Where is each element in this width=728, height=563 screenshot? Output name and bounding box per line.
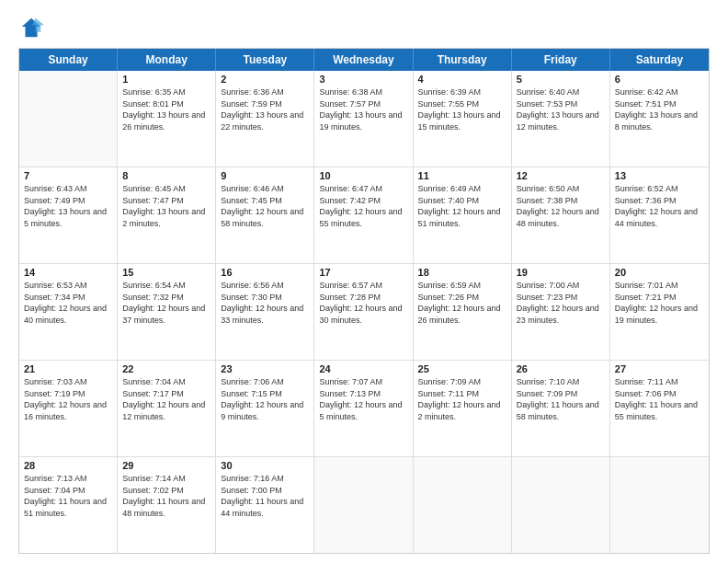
daylight-text: Daylight: 12 hours and 23 minutes.: [517, 303, 605, 326]
day-cell-18: 18Sunrise: 6:59 AMSunset: 7:26 PMDayligh…: [414, 264, 512, 360]
sunrise-text: Sunrise: 7:11 AM: [615, 376, 704, 388]
daylight-text: Daylight: 12 hours and 9 minutes.: [221, 399, 309, 422]
sunset-text: Sunset: 7:00 PM: [221, 485, 309, 497]
sunset-text: Sunset: 7:51 PM: [615, 98, 704, 110]
weekday-header-thursday: Thursday: [414, 49, 512, 71]
calendar-row-4: 21Sunrise: 7:03 AMSunset: 7:19 PMDayligh…: [19, 361, 709, 457]
sunset-text: Sunset: 7:11 PM: [418, 388, 506, 400]
sunrise-text: Sunrise: 6:49 AM: [418, 183, 506, 195]
daylight-text: Daylight: 12 hours and 51 minutes.: [418, 206, 506, 229]
calendar-row-3: 14Sunrise: 6:53 AMSunset: 7:34 PMDayligh…: [19, 264, 709, 361]
sunset-text: Sunset: 8:01 PM: [122, 98, 210, 110]
sunset-text: Sunset: 7:17 PM: [122, 388, 210, 400]
calendar: SundayMondayTuesdayWednesdayThursdayFrid…: [18, 48, 710, 554]
day-number: 13: [615, 170, 704, 181]
sunrise-text: Sunrise: 6:40 AM: [517, 86, 605, 98]
day-number: 16: [221, 267, 309, 278]
sunset-text: Sunset: 7:34 PM: [24, 292, 112, 304]
sunrise-text: Sunrise: 7:14 AM: [122, 473, 210, 485]
daylight-text: Daylight: 13 hours and 26 minutes.: [122, 109, 210, 132]
day-number: 21: [24, 363, 112, 374]
daylight-text: Daylight: 12 hours and 30 minutes.: [319, 303, 407, 326]
daylight-text: Daylight: 11 hours and 44 minutes.: [221, 496, 309, 519]
day-cell-5: 5Sunrise: 6:40 AMSunset: 7:53 PMDaylight…: [512, 71, 610, 167]
sunrise-text: Sunrise: 7:00 AM: [517, 280, 605, 292]
sunrise-text: Sunrise: 6:39 AM: [418, 86, 506, 98]
sunset-text: Sunset: 7:30 PM: [221, 292, 309, 304]
sunset-text: Sunset: 7:15 PM: [221, 388, 309, 400]
daylight-text: Daylight: 13 hours and 2 minutes.: [122, 206, 210, 229]
sunrise-text: Sunrise: 6:42 AM: [615, 86, 704, 98]
daylight-text: Daylight: 12 hours and 5 minutes.: [319, 399, 407, 422]
daylight-text: Daylight: 12 hours and 26 minutes.: [418, 303, 506, 326]
daylight-text: Daylight: 12 hours and 16 minutes.: [24, 399, 112, 422]
day-cell-20: 20Sunrise: 7:01 AMSunset: 7:21 PMDayligh…: [610, 264, 709, 360]
sunrise-text: Sunrise: 6:57 AM: [319, 280, 407, 292]
daylight-text: Daylight: 11 hours and 48 minutes.: [122, 496, 210, 519]
sunrise-text: Sunrise: 7:16 AM: [221, 473, 309, 485]
daylight-text: Daylight: 12 hours and 55 minutes.: [319, 206, 407, 229]
weekday-header-saturday: Saturday: [610, 49, 709, 71]
day-cell-23: 23Sunrise: 7:06 AMSunset: 7:15 PMDayligh…: [216, 361, 314, 456]
daylight-text: Daylight: 12 hours and 19 minutes.: [615, 303, 704, 326]
sunrise-text: Sunrise: 6:36 AM: [221, 86, 309, 98]
day-cell-28: 28Sunrise: 7:13 AMSunset: 7:04 PMDayligh…: [19, 457, 118, 553]
sunrise-text: Sunrise: 7:13 AM: [24, 473, 112, 485]
sunrise-text: Sunrise: 6:59 AM: [418, 280, 506, 292]
day-cell-12: 12Sunrise: 6:50 AMSunset: 7:38 PMDayligh…: [512, 167, 610, 263]
daylight-text: Daylight: 13 hours and 22 minutes.: [221, 109, 309, 132]
sunset-text: Sunset: 7:57 PM: [319, 98, 407, 110]
day-cell-17: 17Sunrise: 6:57 AMSunset: 7:28 PMDayligh…: [314, 264, 413, 360]
day-cell-7: 7Sunrise: 6:43 AMSunset: 7:49 PMDaylight…: [19, 167, 118, 263]
sunrise-text: Sunrise: 6:52 AM: [615, 183, 704, 195]
empty-cell: [512, 457, 610, 553]
sunset-text: Sunset: 7:19 PM: [24, 388, 112, 400]
sunset-text: Sunset: 7:04 PM: [24, 485, 112, 497]
daylight-text: Daylight: 13 hours and 19 minutes.: [319, 109, 407, 132]
daylight-text: Daylight: 12 hours and 40 minutes.: [24, 303, 112, 326]
sunrise-text: Sunrise: 6:35 AM: [122, 86, 210, 98]
day-cell-27: 27Sunrise: 7:11 AMSunset: 7:06 PMDayligh…: [610, 361, 709, 456]
sunrise-text: Sunrise: 7:10 AM: [517, 376, 605, 388]
sunrise-text: Sunrise: 7:09 AM: [418, 376, 506, 388]
sunset-text: Sunset: 7:32 PM: [122, 292, 210, 304]
empty-cell: [19, 71, 118, 167]
day-number: 11: [418, 170, 506, 181]
day-number: 3: [319, 74, 407, 85]
daylight-text: Daylight: 12 hours and 44 minutes.: [615, 206, 704, 229]
day-cell-3: 3Sunrise: 6:38 AMSunset: 7:57 PMDaylight…: [314, 71, 413, 167]
day-number: 30: [221, 460, 309, 471]
sunset-text: Sunset: 7:09 PM: [517, 388, 605, 400]
sunrise-text: Sunrise: 6:56 AM: [221, 280, 309, 292]
day-number: 10: [319, 170, 407, 181]
day-cell-4: 4Sunrise: 6:39 AMSunset: 7:55 PMDaylight…: [414, 71, 512, 167]
weekday-header-friday: Friday: [512, 49, 610, 71]
day-cell-21: 21Sunrise: 7:03 AMSunset: 7:19 PMDayligh…: [19, 361, 118, 456]
empty-cell: [414, 457, 512, 553]
day-cell-30: 30Sunrise: 7:16 AMSunset: 7:00 PMDayligh…: [216, 457, 314, 553]
sunset-text: Sunset: 7:53 PM: [517, 98, 605, 110]
day-cell-29: 29Sunrise: 7:14 AMSunset: 7:02 PMDayligh…: [118, 457, 216, 553]
day-cell-6: 6Sunrise: 6:42 AMSunset: 7:51 PMDaylight…: [610, 71, 709, 167]
day-cell-9: 9Sunrise: 6:46 AMSunset: 7:45 PMDaylight…: [216, 167, 314, 263]
day-number: 8: [122, 170, 210, 181]
empty-cell: [314, 457, 413, 553]
sunrise-text: Sunrise: 7:07 AM: [319, 376, 407, 388]
sunrise-text: Sunrise: 7:03 AM: [24, 376, 112, 388]
page: SundayMondayTuesdayWednesdayThursdayFrid…: [0, 0, 728, 563]
day-cell-25: 25Sunrise: 7:09 AMSunset: 7:11 PMDayligh…: [414, 361, 512, 456]
daylight-text: Daylight: 12 hours and 33 minutes.: [221, 303, 309, 326]
day-number: 28: [24, 460, 112, 471]
daylight-text: Daylight: 11 hours and 51 minutes.: [24, 496, 112, 519]
day-number: 7: [24, 170, 112, 181]
day-number: 5: [517, 74, 605, 85]
day-cell-22: 22Sunrise: 7:04 AMSunset: 7:17 PMDayligh…: [118, 361, 216, 456]
day-number: 29: [122, 460, 210, 471]
daylight-text: Daylight: 12 hours and 37 minutes.: [122, 303, 210, 326]
calendar-body: 1Sunrise: 6:35 AMSunset: 8:01 PMDaylight…: [19, 71, 709, 553]
daylight-text: Daylight: 13 hours and 5 minutes.: [24, 206, 112, 229]
daylight-text: Daylight: 11 hours and 55 minutes.: [615, 399, 704, 422]
daylight-text: Daylight: 13 hours and 8 minutes.: [615, 109, 704, 132]
daylight-text: Daylight: 11 hours and 58 minutes.: [517, 399, 605, 422]
sunset-text: Sunset: 7:13 PM: [319, 388, 407, 400]
